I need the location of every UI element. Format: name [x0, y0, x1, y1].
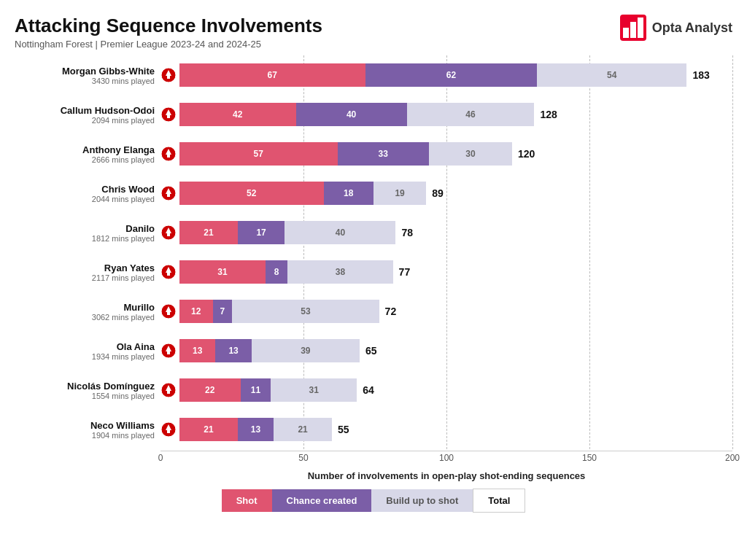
- svg-rect-27: [167, 351, 170, 354]
- bar-segments-6: 12753: [179, 300, 379, 323]
- player-label-5: Ryan Yates2117 mins played: [15, 252, 160, 292]
- total-label-7: 65: [365, 345, 377, 357]
- seg-chance-0: 62: [365, 63, 538, 87]
- player-name: Morgan Gibbs-White: [62, 66, 155, 77]
- svg-rect-15: [167, 194, 170, 197]
- player-name: Murillo: [123, 302, 155, 313]
- bar-wrap-7: 13133965: [160, 339, 732, 362]
- forest-badge-icon: [160, 146, 177, 162]
- forest-badge-icon: [160, 382, 177, 398]
- svg-rect-12: [167, 155, 170, 158]
- bar-row-4: 21174078: [160, 213, 732, 252]
- forest-badge-icon: [160, 303, 177, 319]
- page-container: Attacking Sequence Involvements Nottingh…: [0, 0, 747, 560]
- svg-rect-6: [167, 76, 170, 79]
- seg-shot-0: 67: [179, 63, 365, 87]
- bar-row-6: 1275372: [160, 292, 732, 331]
- x-tick-200: 200: [725, 453, 740, 463]
- player-mins: 2117 mins played: [92, 273, 155, 282]
- player-label-9: Neco Williams1904 mins played: [15, 410, 160, 449]
- bar-segments-4: 211740: [179, 221, 395, 244]
- seg-buildup-1: 46: [407, 103, 535, 126]
- player-mins: 1554 mins played: [92, 392, 155, 400]
- player-label-7: Ola Aina1934 mins played: [15, 331, 160, 370]
- forest-badge-icon: [160, 343, 177, 359]
- player-name: Danilo: [125, 223, 155, 234]
- legend: Shot Chance created Build up to shot Tot…: [15, 489, 732, 513]
- seg-shot-9: 21: [179, 418, 238, 441]
- bar-row-7: 13133965: [160, 331, 732, 370]
- bar-wrap-0: 676254183: [160, 63, 732, 87]
- bar-row-1: 424046128: [160, 95, 732, 134]
- player-mins: 2044 mins played: [92, 195, 155, 203]
- x-tick-100: 100: [439, 453, 454, 463]
- x-axis-title: Number of involvements in open-play shot…: [160, 470, 732, 481]
- seg-buildup-9: 21: [274, 418, 332, 441]
- seg-chance-8: 11: [241, 378, 271, 402]
- forest-badge-icon: [160, 421, 177, 438]
- bar-segments-9: 211321: [179, 418, 332, 441]
- player-name: Ryan Yates: [104, 262, 155, 273]
- bar-wrap-4: 21174078: [160, 221, 732, 244]
- bar-wrap-1: 424046128: [160, 103, 732, 126]
- forest-badge-icon: [160, 106, 177, 122]
- subtitle: Nottingham Forest | Premier League 2023-…: [15, 39, 322, 50]
- bar-wrap-2: 573330120: [160, 142, 732, 166]
- player-name: Neco Williams: [90, 420, 155, 431]
- bar-wrap-6: 1275372: [160, 300, 732, 323]
- total-label-3: 89: [432, 187, 444, 199]
- player-mins: 1934 mins played: [92, 352, 155, 361]
- seg-shot-5: 31: [179, 260, 266, 284]
- seg-shot-3: 52: [179, 182, 324, 205]
- player-mins: 2666 mins played: [92, 155, 155, 164]
- logo-block: Opta Analyst: [620, 15, 732, 41]
- player-name: Chris Wood: [101, 184, 155, 195]
- forest-badge-icon: [160, 225, 177, 241]
- legend-total: Total: [473, 489, 525, 513]
- bar-segments-0: 676254: [179, 63, 686, 87]
- player-mins: 1812 mins played: [92, 234, 155, 243]
- bar-segments-2: 573330: [179, 142, 512, 166]
- bar-segments-8: 221131: [179, 378, 357, 402]
- bar-segments-5: 31838: [179, 260, 393, 284]
- seg-chance-2: 33: [338, 142, 429, 166]
- player-label-1: Callum Hudson-Odoi2094 mins played: [15, 95, 160, 134]
- player-label-8: Nicolás Domínguez1554 mins played: [15, 370, 160, 410]
- x-axis-line: [160, 451, 732, 451]
- logo-text: Opta Analyst: [652, 20, 732, 36]
- player-name: Nicolás Domínguez: [67, 381, 155, 392]
- main-title: Attacking Sequence Involvements: [15, 15, 322, 37]
- seg-shot-4: 21: [179, 221, 238, 244]
- seg-chance-3: 18: [324, 182, 374, 205]
- player-mins: 2094 mins played: [92, 116, 155, 125]
- player-name: Ola Aina: [117, 341, 155, 352]
- player-name: Callum Hudson-Odoi: [61, 105, 155, 116]
- player-label-3: Chris Wood2044 mins played: [15, 174, 160, 213]
- svg-rect-30: [167, 391, 170, 394]
- bar-row-2: 573330120: [160, 134, 732, 174]
- title-block: Attacking Sequence Involvements Nottingh…: [15, 15, 322, 50]
- player-name: Anthony Elanga: [82, 144, 155, 155]
- forest-badge-icon: [160, 264, 177, 280]
- legend-buildup: Build up to shot: [371, 489, 473, 512]
- forest-badge-icon: [160, 67, 177, 83]
- bar-wrap-5: 3183877: [160, 260, 732, 284]
- bars-container-wrap: 676254183 424046128 573330120 52181989 2…: [160, 55, 732, 449]
- bar-row-0: 676254183: [160, 55, 732, 95]
- seg-chance-4: 17: [238, 221, 285, 244]
- total-label-8: 64: [363, 384, 374, 396]
- bar-row-5: 3183877: [160, 252, 732, 292]
- bar-wrap-3: 52181989: [160, 182, 732, 205]
- bar-segments-7: 131339: [179, 339, 360, 362]
- seg-buildup-3: 19: [374, 182, 426, 205]
- seg-buildup-0: 54: [537, 63, 686, 87]
- bars-outer: 676254183 424046128 573330120 52181989 2…: [160, 55, 732, 481]
- x-tick-150: 150: [582, 453, 597, 463]
- svg-rect-9: [167, 115, 170, 118]
- svg-rect-21: [167, 273, 170, 276]
- player-mins: 3430 mins played: [92, 77, 155, 85]
- seg-buildup-8: 31: [271, 378, 357, 402]
- seg-shot-8: 22: [179, 378, 241, 402]
- total-label-1: 128: [540, 109, 557, 120]
- seg-chance-1: 40: [296, 103, 407, 126]
